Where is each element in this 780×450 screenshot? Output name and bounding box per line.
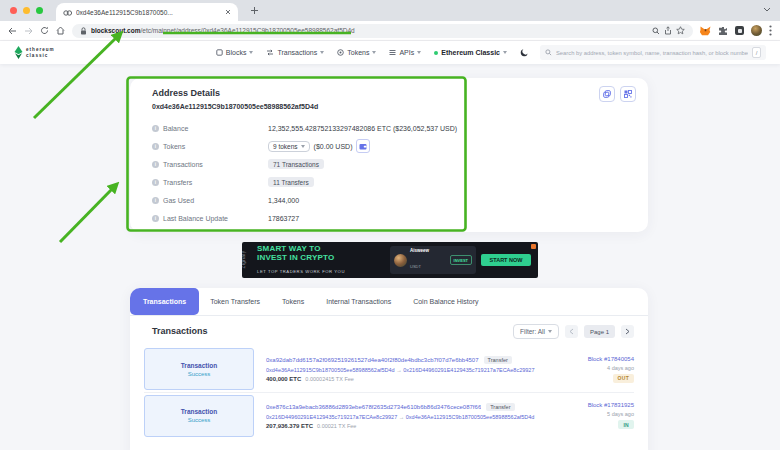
home-icon[interactable] bbox=[56, 26, 65, 35]
tx-block-link[interactable]: Block #17831925 bbox=[588, 402, 634, 408]
window-zoom-button[interactable] bbox=[36, 7, 43, 14]
reload-icon[interactable] bbox=[40, 26, 49, 35]
transaction-row: Transaction Success 0xa92dab7dd6157a2f06… bbox=[144, 346, 634, 392]
metamask-icon[interactable] bbox=[700, 26, 711, 36]
tx-hash-link[interactable]: 0xe876c13a9ebacb36886d2893ebe678f2635d27… bbox=[266, 404, 481, 410]
profile-avatar[interactable] bbox=[751, 25, 762, 36]
arrow-right-icon: → bbox=[399, 414, 405, 420]
prev-page-button[interactable] bbox=[565, 325, 578, 338]
transactions-count-badge[interactable]: 71 Transactions bbox=[268, 159, 324, 169]
search-input[interactable] bbox=[556, 50, 748, 56]
nav-item-tokens[interactable]: Tokens bbox=[337, 49, 376, 56]
address-bar[interactable]: blockscout.com/etc/mainnet/address/0xd4e… bbox=[72, 24, 693, 38]
address-detail-rows: Balance 12,352,555.428752133297482086 ET… bbox=[152, 119, 634, 227]
arrow-right-icon: → bbox=[396, 367, 402, 373]
dark-mode-moon-icon[interactable] bbox=[520, 48, 529, 57]
next-page-button[interactable] bbox=[621, 325, 634, 338]
transaction-row: Transaction Success 0xe876c13a9ebacb3688… bbox=[144, 392, 634, 438]
tokens-count: 9 tokens bbox=[273, 143, 298, 150]
nav-item-blocks[interactable]: Blocks bbox=[216, 49, 254, 56]
tx-type: Transaction bbox=[181, 362, 217, 369]
tab-close-icon[interactable] bbox=[225, 9, 231, 15]
tx-block-link[interactable]: Block #17840054 bbox=[588, 356, 634, 362]
tokens-usd: ($0.00 USD) bbox=[314, 143, 353, 150]
apis-icon bbox=[389, 49, 396, 56]
transaction-meta: Block #17831925 5 days ago IN bbox=[554, 402, 634, 429]
window-minimize-button[interactable] bbox=[23, 7, 30, 14]
browser-tab[interactable]: 0xd4e36Ae112915C9b1870050... bbox=[56, 3, 238, 21]
tokens-label: Tokens bbox=[163, 143, 185, 150]
tx-hash-link[interactable]: 0xa92dab7dd6157a2f0692519261527d4ea40f2f… bbox=[266, 357, 479, 363]
network-status-dot bbox=[434, 51, 438, 55]
tab-internal-transactions[interactable]: Internal Transactions bbox=[315, 288, 402, 315]
tx-status: Success bbox=[188, 417, 211, 423]
tx-status: Success bbox=[188, 371, 211, 377]
copy-address-button[interactable] bbox=[599, 86, 615, 102]
tx-fee: 0.00002415 TX Fee bbox=[305, 376, 354, 382]
extensions-puzzle-icon[interactable] bbox=[718, 26, 728, 36]
blocks-icon bbox=[216, 49, 223, 56]
ad-trader-token: USDT bbox=[410, 264, 421, 269]
transaction-meta: Block #17840054 4 days ago OUT bbox=[554, 356, 634, 383]
ad-choices-icon[interactable] bbox=[531, 244, 536, 249]
token-wallet-button[interactable] bbox=[356, 139, 370, 153]
transfers-count-badge[interactable]: 11 Transfers bbox=[268, 177, 314, 187]
tx-to-link[interactable]: 0xd4e36Ae112915C9b18700505ee58988562af5D… bbox=[406, 414, 535, 420]
tx-to-link[interactable]: 0x216D44960291E4129435c719217a7ECAe8c299… bbox=[403, 367, 534, 373]
tab-transactions[interactable]: Transactions bbox=[130, 288, 199, 315]
transaction-type-tile: Transaction Success bbox=[144, 348, 254, 390]
tx-from-link[interactable]: 0x216D44960291E4129435c719217a7ECAe8c299… bbox=[266, 414, 397, 420]
extension-icon[interactable] bbox=[735, 26, 744, 35]
nav-item-apis[interactable]: APIs bbox=[389, 49, 421, 56]
kebab-menu-icon[interactable] bbox=[769, 25, 772, 36]
transactions-card: Transactions Token Transfers Tokens Inte… bbox=[130, 288, 648, 450]
gas-used-label: Gas Used bbox=[163, 197, 194, 204]
balance-value: 12,352,555.428752133297482086 ETC ($236,… bbox=[268, 125, 457, 132]
tx-age: 4 days ago bbox=[607, 365, 634, 371]
tokens-row: Tokens 9 tokens ($0.00 USD) bbox=[152, 137, 634, 155]
search-icon[interactable] bbox=[652, 27, 660, 35]
bookmark-star-icon[interactable] bbox=[676, 26, 685, 35]
share-icon[interactable] bbox=[664, 26, 672, 35]
chevron-down-icon bbox=[320, 51, 324, 54]
tx-from-link[interactable]: 0xd4e36Ae112915C9b18700505ee58988562af5D… bbox=[266, 367, 395, 373]
back-icon[interactable] bbox=[8, 27, 17, 35]
tx-direction-badge: OUT bbox=[613, 374, 634, 383]
blockscout-favicon bbox=[63, 8, 72, 17]
site-logo[interactable]: ethereum classic bbox=[14, 46, 55, 59]
window-close-button[interactable] bbox=[10, 7, 17, 14]
tokens-dropdown[interactable]: 9 tokens bbox=[268, 141, 310, 152]
tab-tokens[interactable]: Tokens bbox=[271, 288, 315, 315]
info-icon bbox=[152, 143, 159, 150]
network-label: Ethereum Classic bbox=[441, 49, 500, 56]
qrcode-button[interactable] bbox=[620, 86, 636, 102]
card-title: Address Details bbox=[152, 88, 220, 98]
nav-item-transactions[interactable]: Transactions bbox=[266, 49, 324, 56]
ad-trader-avatar bbox=[394, 254, 407, 267]
forward-icon[interactable] bbox=[24, 27, 33, 35]
tab-coin-balance-history[interactable]: Coin Balance History bbox=[402, 288, 489, 315]
network-selector[interactable]: Ethereum Classic bbox=[434, 49, 507, 56]
ad-banner[interactable]: Zignaly SMART WAY TO INVEST IN CRYPTO LE… bbox=[242, 242, 538, 278]
ad-subline: LET TOP TRADERS WORK FOR YOU bbox=[257, 269, 345, 274]
ad-invest-button[interactable]: INVEST bbox=[450, 255, 472, 265]
page-body: Address Details 0xd4e36Ae112915C9b187005… bbox=[0, 64, 780, 450]
ad-cta-button[interactable]: START NOW bbox=[481, 254, 531, 266]
tab-search-chevron-icon[interactable] bbox=[763, 7, 771, 12]
tx-age: 5 days ago bbox=[607, 411, 634, 417]
ad-headline-line2: INVEST IN CRYPTO bbox=[257, 254, 334, 263]
transfers-row: Transfers 11 Transfers bbox=[152, 173, 634, 191]
chevron-down-icon bbox=[301, 145, 305, 148]
window-controls bbox=[10, 7, 43, 14]
tab-token-transfers[interactable]: Token Transfers bbox=[199, 288, 271, 315]
transaction-detail: 0xa92dab7dd6157a2f0692519261527d4ea40f2f… bbox=[266, 356, 542, 382]
browser-tab-strip: 0xd4e36Ae112915C9b1870050... bbox=[0, 0, 780, 21]
transaction-type-tile: Transaction Success bbox=[144, 395, 254, 437]
filter-button[interactable]: Filter: All bbox=[513, 324, 559, 339]
transactions-heading-row: Transactions Filter: All Page 1 bbox=[130, 316, 648, 346]
site-header: ethereum classic Blocks Transactions Tok… bbox=[0, 41, 780, 64]
tx-method-badge: Transfer bbox=[484, 356, 512, 364]
site-logo-text: ethereum classic bbox=[26, 47, 55, 58]
new-tab-button[interactable] bbox=[248, 4, 261, 17]
padlock-icon[interactable] bbox=[80, 27, 87, 35]
